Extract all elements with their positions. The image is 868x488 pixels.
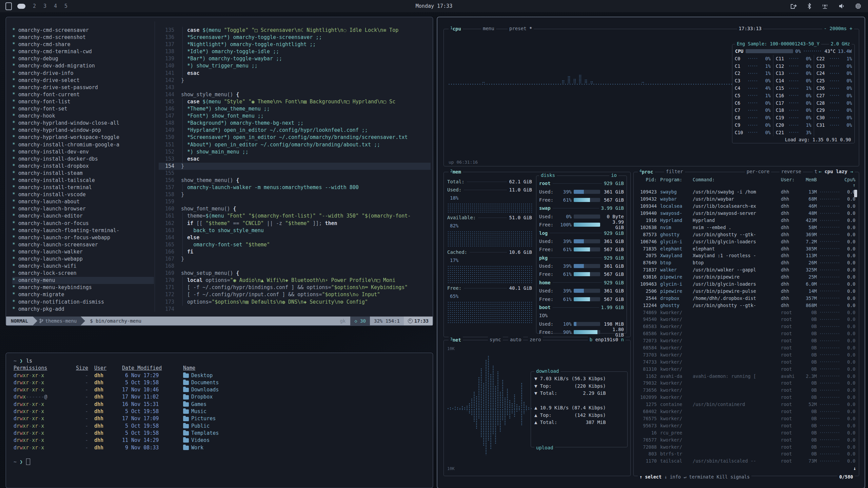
update-interval[interactable]: - 2000ms + (822, 26, 854, 31)
file-list-item[interactable]: * omarchy-dev-add-migration (12, 62, 154, 69)
process-row[interactable]: 87649btopbtopdhh26M0.0 (637, 259, 855, 266)
file-list-item[interactable]: * omarchy-font-set (12, 105, 154, 113)
file-list-item[interactable]: * omarchy-menu (12, 277, 154, 284)
workspace-4[interactable]: 4 (54, 3, 57, 9)
prompt-line-empty[interactable]: ~ ❯ (14, 459, 425, 466)
process-row[interactable]: 74733kworker/root0B0.0 (637, 358, 855, 365)
file-list-item[interactable]: * omarchy-install-dropbox (12, 163, 154, 170)
process-row[interactable]: 87573ghostty/usr/bin/ghostty --gtk-dhh36… (637, 231, 855, 238)
proc-panel-title[interactable]: 4proc (638, 169, 655, 175)
file-list-item[interactable]: * omarchy-launch-or-focus (12, 220, 154, 227)
network-icon[interactable] (822, 3, 828, 9)
code-pane[interactable]: 135 case $(menu "Toggle" "□ Screensaver\… (159, 27, 431, 313)
process-row[interactable]: 73703kworker/root0B0.0 (637, 351, 855, 358)
process-row[interactable]: 81310kworker/root0B0.0 (637, 365, 855, 372)
net-auto-button[interactable]: auto (508, 337, 523, 342)
workspace-active[interactable] (17, 4, 25, 9)
per-core-button[interactable]: per-core (745, 169, 771, 174)
workspace-3[interactable]: 3 (43, 3, 46, 9)
menu-button[interactable]: menu (481, 26, 496, 31)
file-list-item[interactable]: * omarchy-install-tailscale (12, 177, 154, 184)
file-list-item[interactable]: * omarchy-drive-info (12, 70, 154, 77)
file-list-item[interactable]: * omarchy-debug (12, 55, 154, 62)
file-list-item[interactable]: * omarchy-migrate (12, 291, 154, 298)
workspace-2[interactable]: 2 (33, 3, 36, 9)
file-list-item[interactable]: * omarchy-drive-set-password (12, 84, 154, 91)
file-list-item[interactable]: * omarchy-install-vscode (12, 191, 154, 198)
process-row[interactable]: 109463glycin-i/usr/lib/glycin-loadersdhh… (637, 281, 855, 288)
process-row[interactable]: 76575kworker/root0B0.0 (637, 415, 855, 422)
file-list-item[interactable]: * omarchy-notification-dismiss (12, 299, 154, 306)
process-row[interactable]: 95673kworker/root0B0.0 (637, 422, 855, 429)
file-list-item[interactable]: * omarchy-pkg-add (12, 306, 154, 313)
footer-keys[interactable]: ↓ info ↵ terminate Kill signals (662, 474, 750, 480)
file-list-item[interactable]: * omarchy-launch-about (12, 198, 154, 205)
process-row[interactable]: 72073kworker/root0B0.0 (637, 337, 855, 344)
process-row[interactable]: 2075XwaylandXwayland :1 -rootless -dhh11… (637, 252, 855, 259)
file-list-item[interactable]: * omarchy-font-current (12, 91, 154, 98)
nvim-window[interactable]: * omarchy-cmd-screensaver* omarchy-cmd-s… (5, 17, 433, 326)
file-list-item[interactable]: * omarchy-launch-browser (12, 205, 154, 212)
terminal-window[interactable]: ~ ❯ ls PermissionsSizeUserDate ModifiedN… (5, 352, 433, 488)
file-list-item[interactable]: * omarchy-drive-select (12, 77, 154, 84)
file-list-item[interactable]: * omarchy-launch-editor (12, 212, 154, 220)
file-list-item[interactable]: * omarchy-cmd-terminal-cwd (12, 48, 154, 55)
process-row[interactable]: 12244ghostty/usr/bin/ghostty --gtk-dhh86… (637, 302, 855, 309)
cpu-panel-title[interactable]: 1cpu (449, 26, 463, 32)
process-row[interactable]: 63816pipewire/usr/bin/pipewiredhh25M0.0 (637, 273, 855, 281)
process-row[interactable]: 803btrfs-trroot0B0.0 (637, 450, 855, 458)
file-list-item[interactable]: * omarchy-install-dev-env (12, 148, 154, 156)
process-row[interactable]: 68583kworker/root0B0.0 (637, 323, 855, 330)
process-list[interactable]: 109423swaybg/usr/bin/swaybg -i /homdhh13… (634, 188, 859, 465)
process-row[interactable]: 73656kworker/root0B0.0 (637, 387, 855, 394)
process-row[interactable]: 68586kworker/root0B0.0 (637, 330, 855, 337)
process-row[interactable]: 74869kworker/root0B0.0 (637, 309, 855, 316)
process-row[interactable]: 2544dropbox/home/dhh/.dropbox-distdhh357… (637, 294, 855, 302)
process-row[interactable]: 109432waybar/usr/bin/waybardhh68M0.0 (637, 196, 855, 203)
file-list-item[interactable]: * omarchy-cmd-screenshot (12, 34, 154, 41)
file-list-item[interactable]: * omarchy-menu-keybindings (12, 284, 154, 291)
select-key[interactable]: ↑ select (639, 474, 662, 480)
file-list-item[interactable]: * omarchy-install-terminal (12, 184, 154, 191)
process-row[interactable]: 102099kworker/root0B0.0 (637, 394, 855, 401)
scroll-down-indicator[interactable]: ↓ (853, 466, 856, 471)
io-toggle[interactable]: io (609, 172, 618, 178)
file-list-item[interactable]: * omarchy-install-docker-dbs (12, 156, 154, 163)
process-row[interactable]: 72088kworker/root0B0.0 (637, 443, 855, 450)
process-row[interactable]: 109440swayosd-/usr/bin/swayosd-serverdhh… (637, 210, 855, 217)
file-list-item[interactable]: * omarchy-launch-or-focus-webapp (12, 234, 154, 241)
file-list-item[interactable]: * omarchy-launch-walker (12, 248, 154, 256)
file-list-item[interactable]: * omarchy-launch-webapp (12, 256, 154, 263)
process-row[interactable]: 71835elephantelephantdhh385M0.0 (637, 245, 855, 252)
file-list-item[interactable]: * omarchy-cmd-screensaver (12, 27, 154, 34)
file-list-item[interactable]: * omarchy-launch-floating-terminal- (12, 227, 154, 234)
process-row[interactable]: 106746glycin-i/usr/lib/glycin-loadersdhh… (637, 238, 855, 245)
sort-mode[interactable]: ← cpu lazy → (817, 169, 855, 174)
file-list-item[interactable]: * omarchy-install-chromium-google-a (12, 141, 154, 148)
process-row[interactable]: 2506pipewire/usr/bin/pipewire-pulsedhh14… (637, 287, 855, 294)
omarchy-logo-icon[interactable] (5, 2, 12, 10)
process-row[interactable]: 76577kworker/root0B0.0 (637, 436, 855, 443)
reverse-button[interactable]: reverse (780, 169, 803, 174)
net-interface[interactable]: b enp191s0 n (588, 337, 626, 342)
process-row[interactable]: 16rcu_preeroot0B0.0 (637, 429, 855, 436)
proc-scrollbar[interactable] (854, 190, 857, 197)
file-list-item[interactable]: * omarchy-cmd-share (12, 41, 154, 48)
process-row[interactable]: 109423swaybg/usr/bin/swaybg -i /homdhh13… (637, 188, 855, 196)
file-list-item[interactable]: * omarchy-hyprland-window-close-all (12, 120, 154, 127)
workspace-5[interactable]: 5 (64, 3, 67, 9)
process-row[interactable]: 71837walker/usr/bin/walker --gappldhh325… (637, 266, 855, 273)
btop-window[interactable]: 1cpu menu preset * 17:33:13 - 2000ms + u… (437, 17, 865, 488)
bluetooth-icon[interactable] (807, 3, 811, 9)
process-row[interactable]: 1162avahi-daavahi-daemon: running [avahi… (637, 372, 855, 380)
net-sync-button[interactable]: sync (488, 337, 503, 342)
file-list-item[interactable]: * omarchy-hyprland-window-pop (12, 127, 154, 134)
file-list-pane[interactable]: * omarchy-cmd-screensaver* omarchy-cmd-s… (12, 27, 154, 313)
file-list-item[interactable]: * omarchy-font-list (12, 98, 154, 105)
file-list-item[interactable]: * omarchy-hyprland-workspace-toggle (12, 134, 154, 141)
file-list-item[interactable]: * omarchy-install-steam (12, 170, 154, 177)
process-row[interactable]: 79032kworker/root0B0.0 (637, 380, 855, 387)
net-panel-title[interactable]: 3net (449, 337, 463, 343)
chip-icon[interactable] (855, 3, 861, 9)
process-row[interactable]: 1275containe/usr/bin/containerdroot52M0.… (637, 401, 855, 408)
